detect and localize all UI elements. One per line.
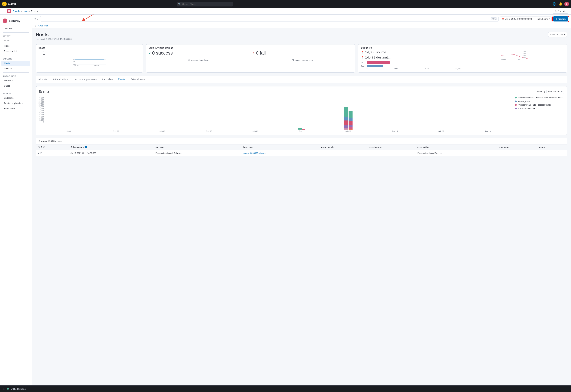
row-host-name-link[interactable]: endpoint-000000-winter-...: [243, 152, 266, 154]
y-label-0: 0: [39, 121, 44, 123]
sidebar-item-cases[interactable]: Cases: [1, 83, 30, 88]
kql-badge[interactable]: KQL: [491, 17, 497, 20]
bar-label-0: 0: [367, 68, 368, 70]
sidebar-item-endpoints[interactable]: Endpoints: [1, 95, 30, 100]
search-input[interactable]: [177, 2, 233, 6]
help-icon[interactable]: 🌐: [552, 1, 557, 6]
columns-icon[interactable]: ⊟: [38, 146, 40, 148]
legend-dot-req: [515, 100, 517, 102]
breadcrumb-bar: ☰ Security / Hosts / Events ⊕ Add data: [0, 8, 571, 14]
query-input-wrap[interactable]: agent.type:"endpoint" and process.entity…: [40, 16, 498, 21]
tab-authentications[interactable]: Authentications: [50, 76, 71, 83]
stack-by-select[interactable]: event.action: [546, 89, 564, 94]
add-data-button[interactable]: ⊕ Add data: [553, 9, 568, 14]
auth-stat-label: User authentications: [149, 47, 352, 49]
hosts-stat-label: Hosts: [39, 47, 140, 49]
date-range-text: Jul 1, 2021 @ 00:00:00.000 → ~ in 15 hou…: [505, 18, 548, 20]
refresh-icon: ↻: [556, 18, 557, 20]
data-sources-label: Data sources: [550, 33, 563, 36]
sidebar-item-rules[interactable]: Rules: [1, 43, 30, 48]
y-label-4k: 4,000: [39, 117, 44, 119]
sidebar-item-exception-list[interactable]: Exception list: [1, 49, 30, 54]
auth-success-zero-msg: All values returned zero: [149, 59, 248, 61]
table-showing: Showing: 47,733 events: [39, 140, 61, 142]
svg-text:0.7: 0.7: [73, 61, 75, 63]
bar-seg-jul11-2: [302, 129, 305, 130]
th-event-module[interactable]: event.module: [319, 144, 368, 150]
chart-legend: Network connection detected (rule: Netwo…: [515, 97, 564, 132]
legend-dot-nc: [515, 97, 517, 98]
tab-all-hosts[interactable]: All hosts: [36, 76, 50, 83]
sidebar-item-event-filters[interactable]: Event filters: [1, 106, 30, 111]
expand-icon[interactable]: ⌄: [37, 17, 39, 20]
settings-icon[interactable]: ⚙: [41, 146, 42, 148]
th-user-name[interactable]: user.name: [497, 144, 537, 150]
auth-success-col: ✓ 0 success All values returned zero: [149, 50, 248, 61]
bar-label-12k: 12,000: [455, 68, 460, 70]
add-filter-button[interactable]: + Add filter: [38, 25, 48, 27]
th-event-action[interactable]: event.action: [415, 144, 497, 150]
global-search[interactable]: 🔍: [177, 2, 233, 6]
sidebar-item-alerts[interactable]: Alerts: [1, 38, 30, 43]
timeline-add-button[interactable]: ⊕: [3, 387, 5, 391]
data-sources-button[interactable]: Data sources ▾: [548, 32, 567, 37]
events-chart-title: Events: [39, 90, 49, 93]
tab-external-alerts[interactable]: External alerts: [128, 76, 148, 83]
breadcrumb-hosts[interactable]: Hosts: [23, 10, 29, 12]
row-checkbox[interactable]: ☐: [40, 152, 42, 154]
date-picker[interactable]: 📅 Jul 1, 2021 @ 00:00:00.000 → ~ in 15 h…: [500, 16, 552, 21]
bar-seg-jul13-other: [344, 128, 348, 130]
svg-point-0: [2, 2, 7, 6]
update-label: Update: [558, 18, 566, 20]
row-more-icon[interactable]: •••: [43, 152, 45, 154]
elastic-logo[interactable]: e Elastic: [2, 2, 16, 6]
row-message: Process terminated: RulaNa...: [153, 150, 241, 156]
th-message[interactable]: message: [153, 144, 241, 150]
tab-anomalies[interactable]: Anomalies: [99, 76, 115, 83]
row-expand-icon[interactable]: ▶: [38, 152, 39, 154]
bar-seg-jul11-1: [298, 127, 302, 130]
sidebar-divider-4: [3, 90, 29, 90]
timeline-name[interactable]: Untitled timeline: [10, 388, 26, 390]
sidebar-item-trusted-apps[interactable]: Trusted applications: [1, 101, 30, 106]
tab-events[interactable]: Events: [115, 76, 128, 83]
sidebar-divider-1: [3, 32, 29, 33]
hamburger-menu[interactable]: ☰: [3, 9, 5, 13]
breadcrumb-security[interactable]: Security: [13, 10, 20, 12]
sidebar-item-hosts[interactable]: Hosts: [1, 61, 30, 66]
sidebar-item-timelines[interactable]: Timelines: [1, 78, 30, 83]
row-event-dataset-dash: —: [369, 152, 371, 154]
sidebar-item-overview[interactable]: Overview: [1, 26, 30, 31]
update-button[interactable]: ↻ Update: [553, 16, 568, 21]
th-event-dataset[interactable]: event.dataset: [367, 144, 415, 150]
svg-text:July 13: July 13: [94, 64, 99, 66]
list-icon[interactable]: ≡: [34, 17, 36, 20]
y-label-20k: 20,000: [39, 102, 44, 104]
check-icon: ✓: [149, 52, 151, 55]
row-event-module-dash: —: [321, 152, 323, 154]
bar-seg-jul13b-nc: [348, 111, 353, 118]
events-chart-container: 26,000 24,000 22,000 20,000 18,000 16,00…: [39, 97, 564, 132]
row-event-dataset: —: [367, 150, 415, 156]
user-avatar[interactable]: D: [564, 2, 569, 6]
th-source[interactable]: source: [537, 144, 567, 150]
fields-icon[interactable]: ⊞: [43, 146, 45, 148]
bar-group-jul07: [187, 103, 232, 130]
auth-fail-zero-msg: All values returned zero: [252, 59, 352, 61]
tab-uncommon-processes[interactable]: Uncommon processes: [71, 76, 99, 83]
sort-badge: 1: [85, 146, 87, 148]
notifications-icon[interactable]: 🔔: [558, 1, 563, 6]
events-bars-area: July 01 July 03 July 05 July 07 July 09 …: [46, 97, 511, 132]
chart-y-labels: 26,000 24,000 22,000 20,000 18,000 16,00…: [39, 97, 45, 123]
row-event-module: —: [319, 150, 368, 156]
th-timestamp[interactable]: @timestamp ↓ 1: [69, 144, 153, 150]
legend-label-req: request_event: [518, 100, 530, 102]
x-label-jul15: July 15: [392, 130, 398, 132]
th-host-name[interactable]: host.name: [241, 144, 319, 150]
bars-jul01: [48, 103, 93, 130]
y-label-22k: 22,000: [39, 100, 44, 102]
svg-text:7,000: 7,000: [523, 50, 526, 52]
table-info: Showing: 47,733 events: [36, 138, 567, 144]
kql-input[interactable]: agent.type:"endpoint" and process.entity…: [42, 18, 489, 20]
sidebar-item-network[interactable]: Network: [1, 66, 30, 71]
